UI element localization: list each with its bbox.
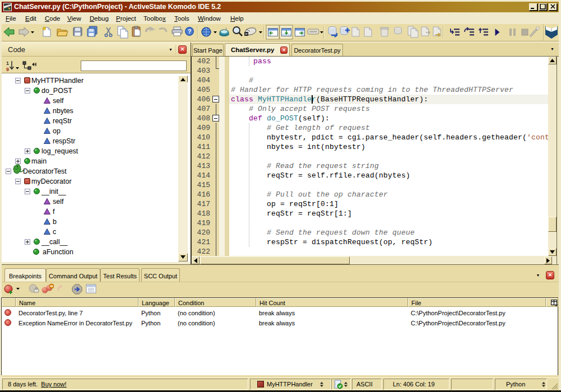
svg-text:1: 1 [6, 60, 9, 66]
svg-text:9: 9 [6, 67, 9, 72]
svg-text:?: ? [188, 28, 192, 35]
